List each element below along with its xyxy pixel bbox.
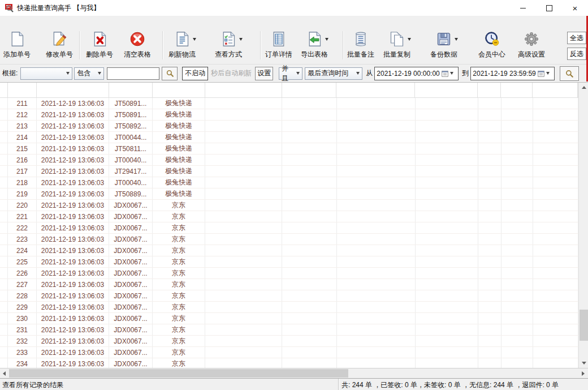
chevron-down-icon[interactable] (193, 38, 196, 41)
keyword-input[interactable] (107, 67, 159, 80)
window-minimize-button[interactable] (510, 0, 536, 16)
table-row[interactable]: 215 2021-12-19 13:06:03 JT50811... 极兔快递 (0, 143, 578, 155)
match-type-select[interactable]: 包含 (74, 67, 104, 80)
menu-item[interactable] (0, 16, 10, 28)
from-datetime-picker[interactable]: 2021-12-19 00:00:00 (374, 67, 459, 80)
cell-aging (533, 234, 578, 245)
vertical-scrollbar[interactable] (578, 83, 588, 368)
table-row[interactable]: 223 2021-12-19 13:06:03 JDX0067... 京东 (0, 234, 578, 245)
time-field-select[interactable]: 最后查询时间 (305, 67, 362, 80)
menu-item[interactable] (51, 16, 61, 28)
clear-table-button[interactable]: 清空表格 (120, 30, 154, 59)
scroll-right-button[interactable] (578, 368, 587, 378)
filter-bar: 根据: 包含 不启动 秒后自动刷新 设置 并且 最后查询时间 从 2021-12… (0, 65, 588, 83)
table-row[interactable]: 219 2021-12-19 13:06:03 JT50889... 极兔快递 (0, 188, 578, 200)
table-row[interactable]: 225 2021-12-19 13:06:03 JDX0067... 京东 (0, 256, 578, 268)
menu-item[interactable] (41, 16, 51, 28)
select-all-button[interactable]: 全选 (567, 32, 586, 44)
cell-sent-time (205, 234, 282, 245)
cell-seq: 226 (8, 268, 37, 278)
scroll-down-button[interactable] (579, 358, 588, 368)
member-center-button[interactable]: 会员中心 (475, 30, 509, 59)
column-header[interactable] (109, 83, 153, 97)
table-row[interactable]: 220 2021-12-19 13:06:03 JDX0067... 京东 (0, 200, 578, 211)
edit-number-button[interactable]: 修改单号 (42, 30, 76, 59)
add-number-button[interactable]: 添加单号 (0, 30, 34, 59)
advanced-settings-button[interactable]: 高级设置 (514, 30, 548, 59)
scroll-left-button[interactable] (0, 368, 8, 378)
column-header[interactable] (533, 83, 578, 97)
table-row[interactable]: 214 2021-12-19 13:06:03 JT00044... 极兔快递 (0, 132, 578, 143)
cell-sent-time (205, 98, 282, 109)
table-row[interactable]: 218 2021-12-19 13:06:03 JT00040... 极兔快递 (0, 177, 578, 188)
chevron-down-icon[interactable] (450, 72, 453, 75)
table-row[interactable]: 228 2021-12-19 13:06:03 JDX0067... 京东 (0, 290, 578, 302)
table-row[interactable]: 231 2021-12-19 13:06:03 JDX0067... 京东 (0, 324, 578, 336)
cell-company: 极兔快递 (153, 166, 205, 177)
search-icon (565, 69, 574, 78)
column-header[interactable] (282, 83, 337, 97)
table-row[interactable]: 224 2021-12-19 13:06:03 JDX0067... 京东 (0, 245, 578, 256)
horizontal-scroll-thumb[interactable] (9, 369, 348, 378)
window-close-button[interactable]: × (562, 0, 588, 16)
order-detail-button[interactable]: 订单详情 (262, 30, 296, 59)
menu-item[interactable] (20, 16, 31, 28)
row-gutter (0, 211, 8, 222)
cell-tracking-no: JDX0067... (109, 313, 153, 324)
batch-copy-button[interactable]: 批量复制 (380, 30, 414, 59)
table-row[interactable]: 216 2021-12-19 13:06:03 JT00040... 极兔快递 (0, 155, 578, 166)
table-row[interactable]: 213 2021-12-19 13:06:03 JT50892... 极兔快递 (0, 121, 578, 132)
cell-last-update-info (416, 132, 478, 143)
filter-field-select[interactable] (20, 67, 72, 80)
horizontal-scrollbar[interactable] (0, 368, 588, 378)
chevron-down-icon[interactable] (239, 38, 243, 41)
autorefresh-toggle-button[interactable]: 不启动 (182, 67, 208, 80)
table-row[interactable]: 212 2021-12-19 13:06:03 JT50891... 极兔快递 (0, 109, 578, 121)
scroll-up-button[interactable] (579, 83, 588, 92)
column-header[interactable] (8, 83, 37, 97)
toolbar-separator (343, 31, 343, 59)
table-row[interactable]: 217 2021-12-19 13:06:03 JT29417... 极兔快递 (0, 166, 578, 177)
time-range-search-button[interactable] (560, 66, 579, 81)
menu-item[interactable] (61, 16, 71, 28)
column-header[interactable] (205, 83, 282, 97)
window-maximize-button[interactable] (536, 0, 562, 16)
column-header[interactable] (336, 83, 415, 97)
table-row[interactable]: 233 2021-12-19 13:06:03 JDX0067... 京东 (0, 347, 578, 358)
column-header[interactable] (478, 83, 501, 97)
chevron-down-icon[interactable] (408, 38, 411, 41)
table-row[interactable]: 226 2021-12-19 13:06:03 JDX0067... 京东 (0, 268, 578, 279)
delete-number-button[interactable]: 删除单号 (83, 30, 116, 59)
table-row[interactable]: 222 2021-12-19 13:06:03 JDX0067... 京东 (0, 222, 578, 234)
view-mode-button[interactable]: 查看方式 (211, 30, 245, 59)
vertical-scroll-thumb[interactable] (580, 310, 588, 341)
invert-select-button[interactable]: 反选 (567, 48, 586, 60)
chevron-down-icon[interactable] (455, 38, 458, 41)
cell-last-update-info (416, 211, 478, 222)
table-row[interactable]: 232 2021-12-19 13:06:03 JDX0067... 京东 (0, 336, 578, 347)
autorefresh-settings-button[interactable]: 设置 (255, 67, 273, 80)
chevron-down-icon[interactable] (546, 72, 550, 75)
filter-search-button[interactable] (162, 67, 178, 80)
menu-item[interactable] (10, 16, 20, 28)
table-row[interactable]: 229 2021-12-19 13:06:03 JDX0067... 京东 (0, 302, 578, 313)
table-row[interactable]: 230 2021-12-19 13:06:03 JDX0067... 京东 (0, 313, 578, 324)
cell-sent-info (282, 109, 337, 120)
cell-last-update-time (337, 324, 416, 335)
backup-data-button[interactable]: 备份数据 (427, 30, 461, 59)
column-header[interactable] (37, 83, 109, 97)
export-table-button[interactable]: 导出表格 (297, 30, 331, 59)
column-header[interactable] (415, 83, 478, 97)
refresh-logistics-button[interactable]: 刷新物流 (165, 30, 199, 59)
table-row[interactable]: 211 2021-12-19 13:06:03 JT50891... 极兔快递 (0, 98, 578, 109)
batch-remark-button[interactable]: 批量备注 (344, 30, 378, 59)
table-row[interactable]: 221 2021-12-19 13:06:03 JDX0067... 京东 (0, 211, 578, 222)
table-row[interactable]: 234 2021-12-19 13:06:03 JDX0067... 京东 (0, 358, 578, 368)
table-row[interactable]: 227 2021-12-19 13:06:03 JDX0067... 京东 (0, 279, 578, 290)
chevron-down-icon[interactable] (325, 38, 328, 41)
menu-item[interactable] (31, 16, 41, 28)
column-header[interactable] (153, 83, 205, 97)
logic-select[interactable]: 并且 (279, 67, 302, 80)
to-datetime-picker[interactable]: 2021-12-19 23:59:59 (470, 67, 555, 80)
column-header[interactable] (501, 83, 533, 97)
